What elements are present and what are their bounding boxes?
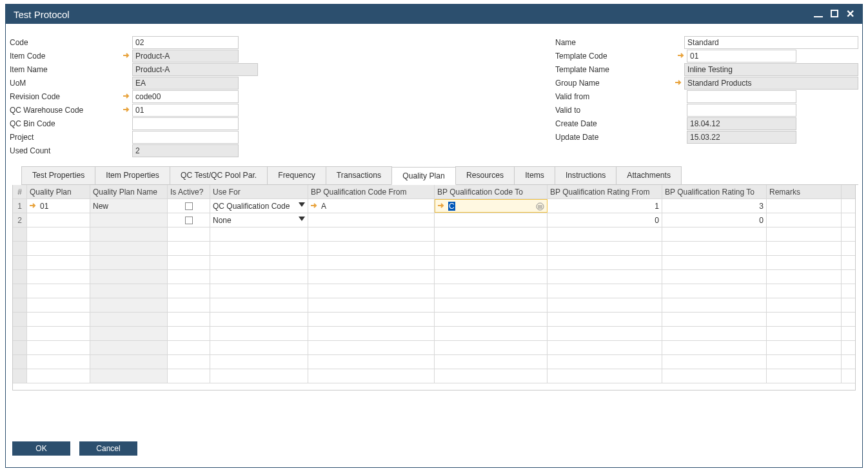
- checkbox-icon[interactable]: [185, 217, 193, 224]
- close-button[interactable]: ✕: [846, 9, 854, 19]
- template-name-label: Template Name: [555, 65, 675, 74]
- qc-warehouse-code-label: QC Warehouse Code: [10, 106, 123, 115]
- tab-item-properties[interactable]: Item Properties: [95, 166, 170, 184]
- col-header-bp-qual-code-to[interactable]: BP Qualification Code To: [435, 185, 547, 198]
- update-date-input: [687, 131, 796, 144]
- valid-to-input[interactable]: [687, 104, 796, 117]
- use-for-cell[interactable]: QC Qualification Code: [210, 199, 308, 213]
- is-active-cell[interactable]: [168, 199, 210, 213]
- table-row: 2 None 0 0: [13, 213, 855, 227]
- use-for-value: None: [213, 216, 232, 225]
- tab-resources[interactable]: Resources: [455, 166, 515, 184]
- link-arrow-icon[interactable]: [678, 52, 687, 61]
- tab-transactions[interactable]: Transactions: [326, 166, 392, 184]
- link-arrow-icon[interactable]: [311, 202, 320, 211]
- revision-code-input[interactable]: [132, 90, 239, 103]
- quality-plan-cell[interactable]: 01: [27, 199, 90, 213]
- link-arrow-icon[interactable]: [675, 79, 684, 88]
- col-header-quality-plan[interactable]: Quality Plan: [27, 185, 90, 198]
- col-header-num[interactable]: #: [13, 185, 27, 198]
- col-header-is-active[interactable]: Is Active?: [168, 185, 210, 198]
- row-number-cell[interactable]: 1: [13, 199, 27, 213]
- bp-qual-code-from-cell[interactable]: A: [308, 199, 435, 213]
- uom-label: UoM: [10, 79, 123, 88]
- tab-items[interactable]: Items: [514, 166, 555, 184]
- revision-code-label: Revision Code: [10, 92, 123, 101]
- qc-warehouse-code-input[interactable]: [132, 104, 239, 117]
- tab-quality-plan[interactable]: Quality Plan: [391, 167, 456, 185]
- quality-plan-value: 01: [40, 202, 48, 211]
- link-arrow-icon[interactable]: [123, 52, 132, 61]
- is-active-cell[interactable]: [168, 213, 210, 227]
- window-title: Test Protocol: [14, 9, 814, 20]
- tab-qc-test-pool[interactable]: QC Test/QC Pool Par.: [170, 166, 268, 184]
- bp-qual-rating-to-cell[interactable]: 3: [662, 199, 767, 213]
- grid-header-row: # Quality Plan Quality Plan Name Is Acti…: [13, 185, 855, 199]
- ok-button[interactable]: OK: [12, 441, 70, 456]
- table-row: [13, 369, 855, 383]
- window-controls: ✕: [814, 8, 854, 20]
- table-row: [13, 256, 855, 270]
- table-row: [13, 327, 855, 341]
- chevron-down-icon[interactable]: [299, 202, 305, 207]
- form-right-column: Name Template Code Template Name Group N…: [555, 35, 858, 157]
- bp-qual-code-to-cell[interactable]: [435, 213, 547, 227]
- choose-from-list-icon[interactable]: [536, 202, 544, 213]
- quality-plan-cell[interactable]: [27, 213, 90, 227]
- cancel-button[interactable]: Cancel: [79, 441, 137, 456]
- qc-bin-code-label: QC Bin Code: [10, 119, 123, 128]
- item-code-label: Item Code: [10, 52, 123, 61]
- chevron-down-icon[interactable]: [299, 217, 305, 221]
- template-code-label: Template Code: [555, 52, 678, 61]
- code-input[interactable]: [132, 36, 239, 49]
- tab-attachments[interactable]: Attachments: [616, 166, 682, 184]
- maximize-button[interactable]: [831, 8, 838, 20]
- col-header-bp-qual-code-from[interactable]: BP Qualification Code From: [308, 185, 435, 198]
- group-name-label: Group Name: [555, 79, 675, 88]
- checkbox-icon[interactable]: [185, 202, 193, 210]
- bp-qual-code-to-cell[interactable]: C: [435, 199, 547, 213]
- col-header-remarks[interactable]: Remarks: [767, 185, 842, 198]
- bp-qual-rating-from-cell[interactable]: 1: [547, 199, 662, 213]
- tab-strip: Test Properties Item Properties QC Test/…: [21, 166, 858, 185]
- create-date-label: Create Date: [555, 119, 678, 128]
- name-input[interactable]: [684, 36, 858, 49]
- bp-qual-code-from-value: A: [321, 202, 326, 211]
- valid-from-label: Valid from: [555, 92, 678, 101]
- col-header-quality-plan-name[interactable]: Quality Plan Name: [90, 185, 168, 198]
- bp-qual-rating-to-cell[interactable]: 0: [662, 213, 767, 227]
- group-name-input[interactable]: [684, 77, 858, 90]
- item-code-input[interactable]: [132, 50, 239, 63]
- col-header-use-for[interactable]: Use For: [210, 185, 308, 198]
- col-header-bp-qual-rating-to[interactable]: BP Qualification Rating To: [662, 185, 767, 198]
- table-row: [13, 270, 855, 284]
- project-input[interactable]: [132, 131, 239, 144]
- create-date-input: [687, 117, 796, 130]
- row-number-cell[interactable]: 2: [13, 213, 27, 227]
- link-arrow-icon[interactable]: [123, 106, 132, 115]
- qc-bin-code-input[interactable]: [132, 117, 239, 130]
- minimize-button[interactable]: [814, 8, 823, 20]
- tab-instructions[interactable]: Instructions: [555, 166, 616, 184]
- link-arrow-icon[interactable]: [123, 92, 132, 101]
- remarks-cell[interactable]: [767, 199, 842, 213]
- bp-qual-rating-from-cell[interactable]: 0: [547, 213, 662, 227]
- table-row: [13, 313, 855, 327]
- project-label: Project: [10, 133, 123, 142]
- tab-frequency[interactable]: Frequency: [267, 166, 326, 184]
- valid-from-input[interactable]: [687, 90, 796, 103]
- table-row: [13, 284, 855, 298]
- table-row: [13, 227, 855, 242]
- bp-qual-code-from-cell[interactable]: [308, 213, 435, 227]
- tab-test-properties[interactable]: Test Properties: [21, 166, 95, 184]
- quality-plan-name-cell: New: [90, 199, 168, 213]
- col-header-bp-qual-rating-from[interactable]: BP Qualification Rating From: [547, 185, 662, 198]
- use-for-value: QC Qualification Code: [213, 202, 290, 211]
- template-code-input[interactable]: [687, 50, 796, 63]
- link-arrow-icon[interactable]: [30, 202, 39, 211]
- link-arrow-icon[interactable]: [438, 202, 447, 211]
- use-for-cell[interactable]: None: [210, 213, 308, 227]
- remarks-cell[interactable]: [767, 213, 842, 227]
- item-name-label: Item Name: [10, 65, 123, 74]
- update-date-label: Update Date: [555, 133, 678, 142]
